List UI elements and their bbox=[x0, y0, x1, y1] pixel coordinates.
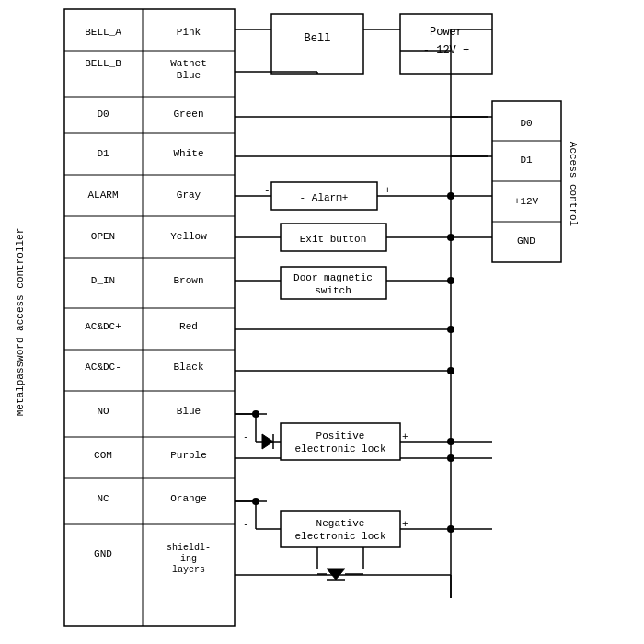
color-ALARM: Gray bbox=[177, 190, 201, 201]
access-control-label: Access control bbox=[568, 142, 579, 226]
pin-BELL_B: BELL_B bbox=[85, 58, 121, 69]
pin-D1: D1 bbox=[97, 148, 109, 159]
color-GND: shieldl- bbox=[167, 543, 211, 553]
svg-point-65 bbox=[447, 277, 454, 284]
pos-lock-minus: - bbox=[243, 431, 249, 443]
pin-AC_DC_minus: AC&DC- bbox=[85, 362, 121, 373]
controller-label: Metalpassword access controller bbox=[15, 228, 26, 417]
svg-point-66 bbox=[447, 326, 454, 333]
ac-D1: D1 bbox=[520, 155, 533, 166]
color-COM: Purple bbox=[170, 450, 207, 461]
pos-lock-plus: + bbox=[402, 431, 408, 443]
svg-point-67 bbox=[447, 367, 454, 374]
neg-lock-label-2: electronic lock bbox=[294, 531, 385, 542]
alarm-label: - Alarm+ bbox=[300, 192, 349, 203]
neg-lock-label: Negative bbox=[316, 518, 365, 529]
pin-NC: NC bbox=[97, 493, 109, 504]
color-D1: White bbox=[173, 148, 203, 159]
pin-NO: NO bbox=[97, 406, 109, 417]
ac-12V: +12V bbox=[514, 196, 539, 207]
pos-lock-label: Positive bbox=[316, 431, 365, 442]
color-NC: Orange bbox=[170, 493, 207, 504]
ac-GND: GND bbox=[517, 236, 535, 247]
svg-rect-2 bbox=[64, 9, 235, 626]
pin-D_IN: D_IN bbox=[91, 275, 115, 286]
alarm-minus: - bbox=[264, 185, 270, 196]
alarm-plus: + bbox=[385, 185, 391, 196]
color-D0: Green bbox=[173, 109, 203, 120]
pin-GND: GND bbox=[94, 548, 112, 559]
power-label: Power bbox=[430, 26, 463, 39]
neg-lock-plus: + bbox=[402, 519, 408, 530]
svg-point-46 bbox=[252, 410, 259, 418]
wiring-diagram: Metalpassword access controller BELL_A B… bbox=[0, 0, 644, 644]
svg-rect-39 bbox=[281, 423, 400, 460]
door-switch-label: Door magnetic bbox=[293, 272, 373, 283]
pin-COM: COM bbox=[94, 450, 112, 461]
svg-rect-48 bbox=[281, 511, 400, 547]
color-BELL_B-2: Blue bbox=[177, 70, 201, 81]
door-switch-label-2: switch bbox=[315, 285, 351, 296]
pin-ALARM: ALARM bbox=[87, 190, 118, 201]
ac-D0: D0 bbox=[520, 118, 532, 129]
pin-D0: D0 bbox=[97, 109, 109, 120]
color-AC_DC_minus: Black bbox=[173, 362, 203, 373]
color-BELL_B: Wathet bbox=[170, 58, 207, 69]
pin-OPEN: OPEN bbox=[91, 231, 115, 242]
pin-AC_DC_plus: AC&DC+ bbox=[85, 321, 121, 332]
color-D_IN: Brown bbox=[173, 275, 203, 286]
color-GND-3: layers bbox=[172, 565, 205, 575]
bell-label: Bell bbox=[305, 32, 331, 45]
color-NO: Blue bbox=[177, 406, 201, 417]
neg-lock-minus: - bbox=[243, 519, 249, 530]
svg-point-51 bbox=[252, 498, 259, 505]
color-AC_DC_plus: Red bbox=[179, 321, 198, 332]
color-BELL_A: Pink bbox=[177, 27, 201, 38]
color-GND-2: ing bbox=[180, 554, 197, 564]
exit-button-label: Exit button bbox=[300, 234, 367, 245]
pos-lock-label-2: electronic lock bbox=[294, 443, 385, 454]
pin-BELL_A: BELL_A bbox=[85, 27, 121, 38]
color-OPEN: Yellow bbox=[170, 231, 207, 242]
